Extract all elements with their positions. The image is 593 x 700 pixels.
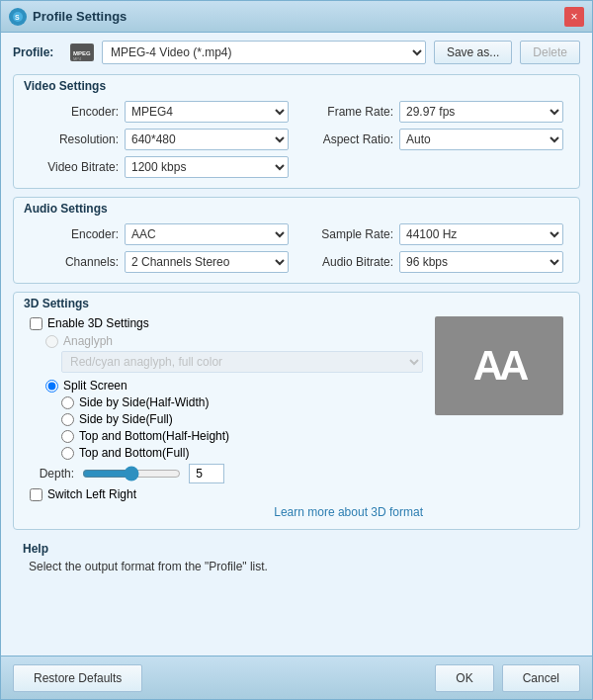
frame-rate-label: Frame Rate: [304, 105, 393, 119]
audio-settings-section: Audio Settings Encoder: AAC Sample Rate:… [13, 197, 580, 284]
side-by-side-full-radio[interactable] [61, 413, 74, 426]
profile-format-icon: MPEG MP4 [70, 44, 94, 61]
video-settings-section: Video Settings Encoder: MPEG4 Frame Rate… [13, 74, 580, 189]
resolution-select[interactable]: 640*480 [125, 129, 289, 150]
side-by-side-half-radio[interactable] [61, 396, 74, 409]
encoder-select[interactable]: MPEG4 [125, 101, 289, 123]
switch-left-right-row: Switch Left Right [30, 487, 423, 501]
audio-encoder-label: Encoder: [30, 227, 119, 241]
aspect-ratio-select[interactable]: Auto [399, 129, 563, 150]
3d-settings-body: Enable 3D Settings Anaglyph Red/cyan ana… [14, 312, 579, 529]
main-content: Profile: MPEG MP4 MPEG-4 Video (*.mp4) S… [1, 33, 592, 656]
split-screen-row: Split Screen [30, 379, 423, 393]
top-bottom-half-row: Top and Bottom(Half-Height) [30, 429, 423, 443]
aspect-ratio-label: Aspect Ratio: [304, 132, 393, 146]
top-bottom-half-label[interactable]: Top and Bottom(Half-Height) [79, 429, 229, 443]
enable-3d-label[interactable]: Enable 3D Settings [47, 316, 149, 330]
top-bottom-full-row: Top and Bottom(Full) [30, 446, 423, 460]
learn-more-row: Learn more about 3D format [30, 505, 423, 519]
delete-button[interactable]: Delete [520, 41, 580, 64]
video-settings-title: Video Settings [14, 75, 579, 95]
audio-bitrate-field: Audio Bitrate: 96 kbps [304, 251, 563, 273]
sample-rate-label: Sample Rate: [304, 227, 393, 241]
anaglyph-dropdown-row: Red/cyan anaglyph, full color [30, 351, 423, 373]
audio-settings-grid: Encoder: AAC Sample Rate: 44100 Hz Chann… [30, 223, 563, 273]
cancel-button[interactable]: Cancel [502, 664, 580, 692]
video-settings-body: Encoder: MPEG4 Frame Rate: 29.97 fps Res… [14, 95, 579, 188]
audio-bitrate-label: Audio Bitrate: [304, 255, 393, 269]
anaglyph-label[interactable]: Anaglyph [63, 334, 113, 348]
help-section: Help Select the output format from the "… [13, 538, 580, 581]
window-title: Profile Settings [33, 9, 564, 24]
svg-text:S: S [15, 14, 20, 21]
help-title: Help [13, 538, 580, 558]
switch-left-right-checkbox[interactable] [30, 488, 42, 501]
sample-rate-select[interactable]: 44100 Hz [399, 223, 563, 245]
enable-3d-checkbox[interactable] [30, 317, 42, 330]
audio-encoder-select[interactable]: AAC [125, 223, 289, 245]
depth-row: Depth: [30, 464, 423, 483]
audio-bitrate-select[interactable]: 96 kbps [399, 251, 563, 273]
profile-row: Profile: MPEG MP4 MPEG-4 Video (*.mp4) S… [13, 41, 580, 64]
video-bitrate-label: Video Bitrate: [30, 160, 119, 174]
spacer [13, 589, 580, 648]
3d-settings-section: 3D Settings Enable 3D Settings Anaglyph … [13, 292, 580, 530]
anaglyph-row: Anaglyph [30, 334, 423, 348]
learn-more-link[interactable]: Learn more about 3D format [274, 505, 423, 519]
side-by-side-full-label[interactable]: Side by Side(Full) [79, 412, 173, 426]
frame-rate-select[interactable]: 29.97 fps [399, 101, 563, 123]
video-bitrate-select[interactable]: 1200 kbps [125, 156, 289, 178]
restore-defaults-button[interactable]: Restore Defaults [13, 664, 142, 692]
footer: Restore Defaults OK Cancel [1, 656, 592, 699]
3d-settings-right: AA [435, 316, 563, 519]
video-settings-grid: Encoder: MPEG4 Frame Rate: 29.97 fps Res… [30, 101, 563, 178]
split-screen-radio[interactable] [45, 380, 58, 393]
side-by-side-half-label[interactable]: Side by Side(Half-Width) [79, 395, 209, 409]
side-by-side-half-row: Side by Side(Half-Width) [30, 395, 423, 409]
depth-label: Depth: [30, 467, 74, 481]
footer-actions: OK Cancel [435, 664, 580, 692]
top-bottom-full-label[interactable]: Top and Bottom(Full) [79, 446, 189, 460]
profile-label: Profile: [13, 45, 62, 59]
encoder-field: Encoder: MPEG4 [30, 101, 289, 123]
channels-field: Channels: 2 Channels Stereo [30, 251, 289, 273]
help-text: Select the output format from the "Profi… [13, 558, 580, 581]
anaglyph-type-select[interactable]: Red/cyan anaglyph, full color [61, 351, 423, 373]
audio-settings-title: Audio Settings [14, 198, 579, 218]
svg-text:MP4: MP4 [73, 56, 82, 60]
top-bottom-half-radio[interactable] [61, 430, 74, 443]
profile-settings-window: S Profile Settings × Profile: MPEG MP4 M… [0, 0, 593, 700]
save-as-button[interactable]: Save as... [434, 41, 512, 64]
ok-button[interactable]: OK [435, 664, 493, 692]
channels-label: Channels: [30, 255, 119, 269]
title-bar: S Profile Settings × [1, 1, 592, 33]
top-bottom-full-radio[interactable] [61, 447, 74, 460]
resolution-field: Resolution: 640*480 [30, 129, 289, 150]
video-bitrate-field: Video Bitrate: 1200 kbps [30, 156, 289, 178]
close-button[interactable]: × [564, 7, 584, 27]
audio-settings-body: Encoder: AAC Sample Rate: 44100 Hz Chann… [14, 218, 579, 283]
aa-preview-text: AA [473, 342, 526, 390]
anaglyph-radio[interactable] [45, 335, 58, 348]
sample-rate-field: Sample Rate: 44100 Hz [304, 223, 563, 245]
resolution-label: Resolution: [30, 132, 119, 146]
3d-settings-title: 3D Settings [14, 293, 579, 312]
window-icon: S [9, 8, 27, 26]
enable-3d-row: Enable 3D Settings [30, 316, 423, 330]
side-by-side-full-row: Side by Side(Full) [30, 412, 423, 426]
encoder-label: Encoder: [30, 105, 119, 119]
aspect-ratio-field: Aspect Ratio: Auto [304, 129, 563, 150]
profile-select[interactable]: MPEG-4 Video (*.mp4) [102, 41, 426, 64]
depth-slider[interactable] [82, 466, 181, 481]
depth-value-input[interactable] [189, 464, 224, 483]
audio-encoder-field: Encoder: AAC [30, 223, 289, 245]
switch-left-right-label[interactable]: Switch Left Right [47, 487, 136, 501]
frame-rate-field: Frame Rate: 29.97 fps [304, 101, 563, 123]
3d-settings-left: Enable 3D Settings Anaglyph Red/cyan ana… [30, 316, 423, 519]
aa-preview: AA [435, 316, 563, 415]
split-screen-label[interactable]: Split Screen [63, 379, 127, 393]
channels-select[interactable]: 2 Channels Stereo [125, 251, 289, 273]
